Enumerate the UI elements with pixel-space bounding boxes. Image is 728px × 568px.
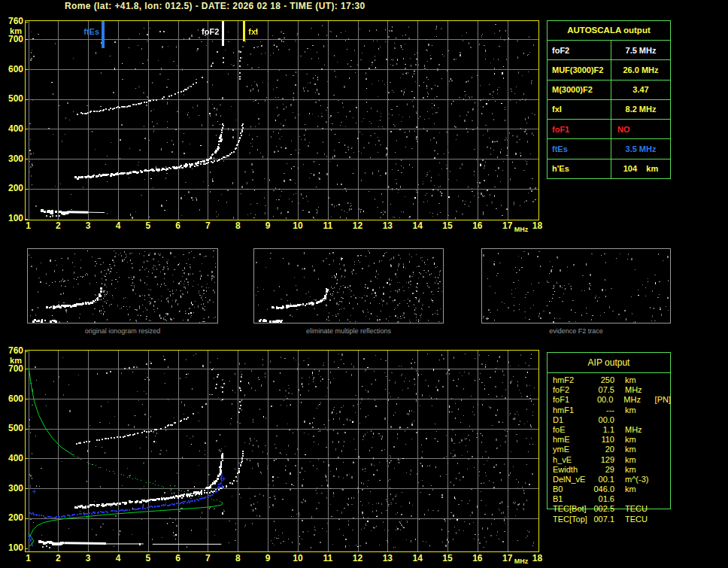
y-tick-label: 700	[0, 363, 23, 374]
autoscala-row: h'Es104 km	[548, 159, 670, 178]
autoscala-row-label: fxI	[548, 100, 611, 119]
y-tick-label: 300	[0, 153, 23, 164]
y-tick-label: 100	[0, 542, 23, 553]
aip-row-label: hmF1	[547, 405, 593, 415]
top-ionogram-canvas	[25, 20, 539, 220]
aip-row-unit: km	[614, 375, 651, 385]
autoscala-row-label: foF1	[548, 120, 611, 138]
x-tick-label: 18	[529, 220, 546, 231]
x-tick-label: 17	[499, 553, 516, 563]
x-tick-label: 3	[80, 553, 97, 563]
x-tick-label: 12	[349, 553, 366, 563]
thumbnail-original-ionogram-canvas	[27, 248, 218, 323]
aip-row: hmE110km	[547, 435, 671, 445]
aip-row-value: 110	[593, 435, 614, 445]
aip-row-label: B0	[547, 484, 593, 494]
autoscala-row-value: 3.47	[611, 80, 670, 99]
aip-row-label: D1	[547, 415, 593, 425]
x-tick-label: 4	[109, 553, 126, 563]
aip-row-unit: TECU	[614, 515, 651, 524]
x-tick-label: 13	[379, 553, 396, 563]
aip-row-label: foE	[547, 425, 593, 435]
x-tick-label: 5	[139, 553, 156, 563]
autoscala-row: M(3000)F23.47	[548, 80, 670, 100]
aip-row-unit: km	[614, 445, 651, 454]
autoscala-row-value: NO	[611, 120, 670, 138]
aip-row-note: [PN]	[649, 395, 671, 405]
bottom-profile-canvas	[25, 350, 539, 552]
x-tick-label: 14	[409, 220, 426, 231]
aip-output-header: AIP output	[548, 353, 670, 373]
aip-row-value: ---	[593, 405, 614, 415]
x-tick-label: 6	[169, 553, 187, 563]
x-tick-label: 1	[20, 553, 37, 563]
marker-label-fxI: fxI	[248, 26, 278, 37]
aip-row-unit: TECU	[614, 504, 651, 514]
aip-row-label: foF2	[547, 385, 593, 395]
aip-row-value: 01.6	[593, 494, 614, 504]
aip-row-value: 20	[593, 445, 614, 454]
y-tick-label: 500	[0, 93, 23, 104]
thumbnail-eliminate-reflections-canvas	[253, 248, 444, 323]
autoscala-output-panel: AUTOSCALA output foF27.5 MHzMUF(3000)F22…	[547, 20, 671, 179]
aip-row-unit	[614, 494, 651, 504]
aip-row: hmF1---km	[547, 405, 671, 415]
aip-row-value: 00.0	[593, 415, 614, 425]
x-tick-label: 9	[259, 553, 277, 563]
aip-row-label: ymE	[547, 445, 593, 454]
y-tick-label: 200	[0, 183, 23, 193]
marker-label-ftEs: ftEs	[66, 26, 99, 37]
thumbnail-caption-f2-trace: evidence F2 trace	[481, 327, 671, 336]
aip-row: Ewidth29km	[547, 465, 671, 475]
y-tick-label: 760	[0, 345, 23, 356]
aip-row-unit: m^(-3)	[614, 475, 651, 484]
aip-row-unit: km	[614, 405, 651, 415]
aip-row-unit: km	[614, 455, 651, 465]
aip-row: B101.6	[547, 494, 671, 504]
autoscala-row-value: 3.5 MHz	[611, 139, 670, 158]
aip-row: B0046.0km	[547, 484, 671, 494]
x-tick-label: 15	[439, 553, 457, 563]
marker-label-foF2: foF2	[186, 26, 219, 37]
x-tick-label: 13	[379, 220, 396, 231]
aip-row: foF207.5MHz	[547, 385, 671, 395]
y-tick-label: 700	[0, 34, 23, 44]
x-tick-label: 3	[80, 220, 97, 231]
x-tick-label: 9	[259, 220, 277, 231]
autoscala-output-header: AUTOSCALA output	[548, 21, 670, 41]
autoscala-row-value: 8.2 MHz	[611, 100, 670, 119]
autoscala-row: foF27.5 MHz	[548, 41, 670, 60]
aip-row-label: h_vE	[547, 455, 593, 465]
y-tick-label: 400	[0, 453, 23, 463]
x-tick-label: 7	[199, 220, 217, 231]
autoscala-row-value: 104 km	[611, 159, 670, 178]
x-tick-label: 10	[289, 553, 306, 563]
x-tick-label: 15	[439, 220, 457, 231]
thumbnail-evidence-f2-canvas	[481, 248, 671, 323]
aip-row-value: 046.0	[593, 484, 614, 494]
x-tick-label: 11	[319, 553, 336, 563]
aip-row-label: hmE	[547, 435, 593, 445]
aip-row-value: 07.5	[593, 385, 614, 395]
aip-row: hmF2250km	[547, 375, 671, 385]
aip-row-label: foF1	[547, 395, 593, 405]
aip-row-unit: km	[614, 484, 651, 494]
autoscala-output-rows: foF27.5 MHzMUF(3000)F226.0 MHzM(3000)F23…	[548, 41, 670, 178]
thumbnail-caption-reflections: eliminate multiple reflections	[253, 327, 444, 336]
x-tick-label: 6	[169, 220, 187, 231]
y-tick-label: 300	[0, 483, 23, 494]
aip-row-unit: MHz	[614, 385, 651, 395]
y-tick-label: 760	[0, 16, 23, 26]
aip-row-label: DelN_vE	[547, 475, 593, 484]
autoscala-row: MUF(3000)F226.0 MHz	[548, 60, 670, 80]
autoscala-row-label: ftEs	[548, 139, 611, 158]
x-tick-label: 8	[229, 553, 247, 563]
x-tick-label: 7	[199, 553, 217, 563]
aip-row-value: 007.1	[593, 515, 614, 524]
y-tick-label: 600	[0, 64, 23, 74]
aip-row-label: TEC[Bot]	[547, 504, 593, 514]
y-tick-label: 600	[0, 393, 23, 404]
aip-row-value: 29	[593, 465, 614, 475]
x-tick-label: 10	[289, 220, 306, 231]
autoscala-screen: Rome (lat: +41.8, lon: 012.5) - DATE: 20…	[0, 0, 728, 568]
